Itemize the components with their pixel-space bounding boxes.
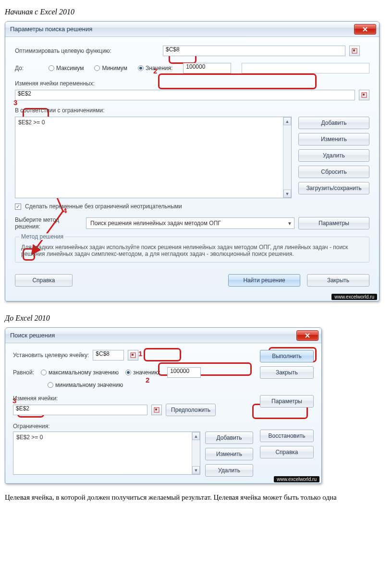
radio-minimum-label: Минимум	[102, 65, 127, 72]
chevron-down-icon: ▼	[287, 221, 292, 226]
solver-dialog-legacy: Поиск решения 1 2 3 4 5 Установить целев…	[5, 327, 322, 484]
radio-minimum[interactable]: минимальному значению	[48, 382, 123, 388]
titlebar[interactable]: Параметры поиска решения	[5, 22, 379, 37]
guess-button[interactable]: Предположить	[166, 404, 216, 416]
titlebar[interactable]: Поиск решения	[5, 328, 321, 343]
radio-maximum[interactable]: максимальному значению	[41, 369, 119, 376]
radio-value-label: Значения:	[146, 65, 172, 72]
run-button[interactable]: Выполнить	[260, 350, 314, 362]
target-value-input[interactable]: 100000	[183, 63, 231, 73]
add-constraint-button[interactable]: Добавить	[205, 432, 253, 444]
target-cell-input[interactable]: $C$8	[93, 350, 124, 360]
method-select-value: Поиск решения нелинейных задач методом О…	[90, 220, 221, 227]
scroll-down-icon[interactable]: ▼	[192, 466, 200, 474]
scrollbar[interactable]: ▲ ▼	[192, 432, 200, 474]
help-button[interactable]: Справка	[15, 274, 73, 287]
parameters-button[interactable]: Параметры	[298, 217, 369, 229]
radio-maximum-label: максимальному значению	[49, 369, 119, 376]
close-button[interactable]: Закрыть	[307, 274, 369, 287]
radio-value[interactable]: Значения:	[138, 65, 172, 72]
scroll-up-icon[interactable]: ▲	[283, 117, 291, 125]
close-icon	[304, 332, 311, 339]
target-value-input[interactable]: 100000	[167, 367, 201, 378]
doc-footer: Целевая ячейка, в которой должен получит…	[5, 493, 387, 502]
delete-constraint-button[interactable]: Удалить	[298, 149, 369, 162]
constraint-item[interactable]: $E$2 >= 0	[18, 119, 282, 126]
radio-minimum[interactable]: Минимум	[94, 65, 127, 72]
change-constraint-button[interactable]: Изменить	[205, 448, 253, 460]
svg-rect-11	[155, 408, 157, 410]
method-description-box: Метод решения Для гладких нелинейных зад…	[15, 237, 369, 263]
close-button[interactable]	[296, 330, 318, 341]
objective-cell-input[interactable]: $C$8	[163, 46, 345, 56]
cell-picker-icon[interactable]	[359, 90, 369, 100]
target-cell-label: Установить целевую ячейку:	[13, 352, 89, 359]
changing-cells-input[interactable]: $E$2	[13, 405, 147, 415]
constraint-item[interactable]: $E$2 >= 0	[16, 434, 190, 441]
doc-heading-2: До Excel 2010	[5, 314, 387, 323]
cell-picker-icon[interactable]	[128, 350, 138, 360]
equal-label: Равной:	[13, 369, 34, 376]
radio-maximum-label: Максимум	[56, 65, 84, 72]
dialog-title: Поиск решения	[10, 332, 296, 339]
changing-cells-input[interactable]: $E$2	[15, 90, 355, 100]
svg-rect-4	[353, 49, 355, 51]
svg-rect-6	[363, 94, 365, 96]
solve-button[interactable]: Найти решение	[228, 274, 300, 287]
delete-constraint-button[interactable]: Удалить	[205, 464, 253, 477]
add-constraint-button[interactable]: Добавить	[298, 117, 369, 129]
scrollbar[interactable]: ▲ ▼	[283, 117, 291, 198]
scroll-up-icon[interactable]: ▲	[192, 432, 200, 440]
cell-picker-icon[interactable]	[349, 46, 360, 56]
parameters-button[interactable]: Параметры	[260, 395, 314, 408]
radio-maximum[interactable]: Максимум	[49, 65, 84, 72]
constraints-listbox[interactable]: $E$2 >= 0 ▲ ▼	[15, 117, 292, 198]
method-select-label: Выберите метод решения:	[15, 216, 82, 230]
watermark: www.excelworld.ru	[331, 294, 377, 300]
radio-value-label: значению:	[133, 369, 160, 376]
optimize-label: Оптимизировать целевую функцию:	[15, 48, 159, 54]
watermark: www.excelworld.ru	[274, 476, 319, 482]
to-label: До:	[15, 65, 38, 72]
close-button[interactable]	[354, 24, 376, 35]
radio-minimum-label: минимальному значению	[55, 382, 123, 388]
radio-value[interactable]: значению:	[125, 369, 160, 376]
constraints-label: Ограничения:	[13, 423, 253, 430]
method-description-text: Для гладких нелинейных задач используйте…	[21, 244, 363, 257]
constraints-label: В соответствии с ограничениями:	[15, 107, 369, 114]
svg-rect-9	[132, 354, 134, 356]
dialog-title: Параметры поиска решения	[10, 25, 354, 33]
load-save-button[interactable]: Загрузить/сохранить	[298, 182, 369, 194]
restore-button[interactable]: Восстановить	[260, 430, 314, 442]
reset-button[interactable]: Сбросить	[298, 166, 369, 178]
solver-dialog-2010: Параметры поиска решения 1 2 3 4 5 Можно…	[5, 21, 380, 301]
change-constraint-button[interactable]: Изменить	[298, 133, 369, 145]
constraints-listbox[interactable]: $E$2 >= 0 ▲ ▼	[13, 432, 200, 475]
changing-cells-label: Изменяя ячейки:	[13, 395, 253, 402]
close-button[interactable]: Закрыть	[260, 366, 314, 379]
scroll-down-icon[interactable]: ▼	[283, 190, 291, 198]
method-description-title: Метод решения	[19, 233, 65, 240]
help-button[interactable]: Справка	[260, 446, 314, 458]
doc-heading-1: Начиная с Excel 2010	[5, 8, 387, 16]
changing-cells-label: Изменяя ячейки переменных:	[15, 80, 369, 87]
method-select[interactable]: Поиск решения нелинейных задач методом О…	[86, 217, 294, 229]
close-icon	[362, 26, 368, 33]
nonneg-checkbox-label: Сделать переменные без ограничений неотр…	[25, 203, 182, 210]
cell-picker-icon[interactable]	[151, 405, 162, 415]
nonneg-checkbox[interactable]	[15, 204, 21, 210]
